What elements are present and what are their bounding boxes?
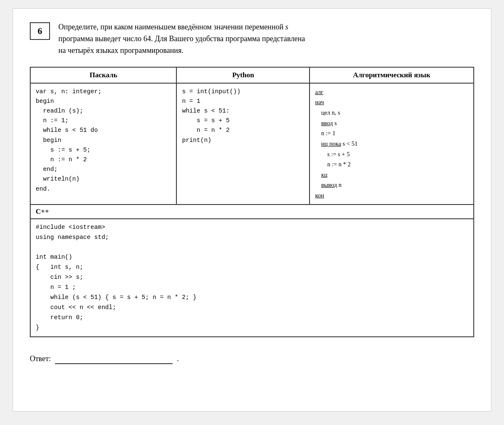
header-algo: Алгоритмический язык	[310, 67, 474, 83]
pascal-code-cell: var s, n: integer; begin readln (s); n :…	[30, 83, 176, 205]
cpp-header: C++	[31, 205, 473, 219]
pascal-code: var s, n: integer; begin readln (s); n :…	[36, 87, 171, 194]
answer-input-line[interactable]	[55, 354, 173, 364]
python-code-cell: s = int(input()) n = 1 while s < 51: s =…	[176, 83, 310, 205]
algo-code: алг нач цел n, s ввод s n := 1 нц пока s…	[315, 87, 468, 201]
question-number: 6	[30, 22, 50, 40]
header-python: Python	[176, 67, 310, 83]
header-pascal: Паскаль	[30, 67, 176, 83]
answer-label: Ответ:	[30, 354, 51, 363]
code-table: Паскаль Python Алгоритмический язык var …	[30, 67, 474, 205]
answer-dot: .	[177, 354, 179, 363]
question-header: 6 Определите, при каком наименьшем введё…	[30, 21, 474, 57]
cpp-code: #include <iostream> using namespace std;…	[31, 219, 473, 336]
python-code: s = int(input()) n = 1 while s < 51: s =…	[182, 87, 304, 145]
algo-code-cell: алг нач цел n, s ввод s n := 1 нц пока s…	[310, 83, 474, 205]
page: 6 Определите, при каком наименьшем введё…	[13, 8, 491, 412]
answer-section: Ответ: .	[30, 354, 474, 364]
cpp-section: C++ #include <iostream> using namespace …	[30, 205, 474, 337]
question-text: Определите, при каком наименьшем введённ…	[58, 21, 305, 57]
